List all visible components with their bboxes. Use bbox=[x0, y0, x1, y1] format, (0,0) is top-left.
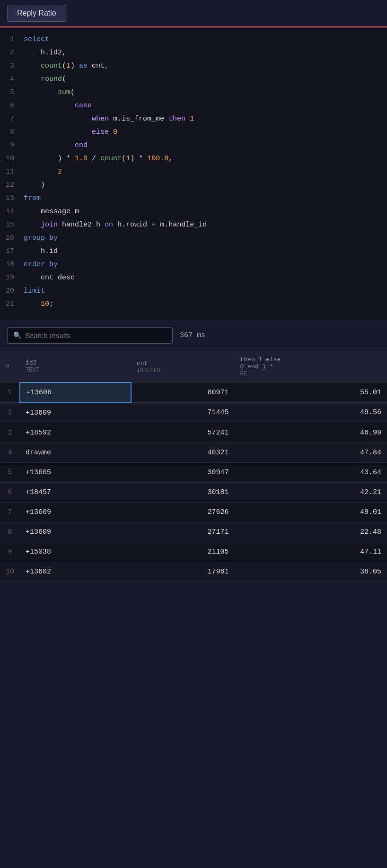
code-token: handle2 h bbox=[58, 221, 105, 229]
code-token: h bbox=[24, 49, 45, 57]
code-content: round( bbox=[24, 75, 387, 83]
code-token: . bbox=[122, 221, 126, 229]
code-content: when m.is_from_me then 1 bbox=[24, 115, 387, 123]
line-number: 17 bbox=[0, 247, 24, 255]
code-line: 14 message m bbox=[0, 207, 387, 220]
code-token bbox=[24, 181, 41, 189]
code-token: handle_id bbox=[168, 221, 207, 229]
code-token: ( bbox=[62, 75, 66, 83]
line-number: 12 bbox=[0, 181, 24, 189]
reply-ratio-tab[interactable]: Reply Ratio bbox=[7, 5, 66, 22]
code-token: cnt, bbox=[88, 62, 109, 70]
code-token: 0 bbox=[113, 128, 117, 136]
row-number: 8 bbox=[0, 522, 20, 542]
code-line: 17 h.id bbox=[0, 246, 387, 260]
code-token: . bbox=[45, 247, 49, 255]
code-line: 19 cnt desc bbox=[0, 273, 387, 286]
code-line: 9 end bbox=[0, 140, 387, 154]
line-number: 15 bbox=[0, 221, 24, 229]
code-token: ) bbox=[70, 62, 79, 70]
line-number: 14 bbox=[0, 208, 24, 216]
code-token bbox=[185, 115, 190, 123]
cell-cnt: 27626 bbox=[131, 502, 235, 522]
line-number: 7 bbox=[0, 115, 24, 123]
code-line: 13from bbox=[0, 193, 387, 207]
search-box[interactable]: 🔍 bbox=[7, 327, 173, 344]
col-header-id2: id2TEXT bbox=[20, 351, 131, 382]
col-header-num: # bbox=[0, 351, 20, 382]
code-token: is_from_me bbox=[122, 115, 164, 123]
row-number: 9 bbox=[0, 542, 20, 562]
cell-ratio: 38.05 bbox=[234, 562, 387, 582]
cell-id2: +18592 bbox=[20, 423, 131, 443]
code-token bbox=[24, 247, 41, 255]
code-token bbox=[24, 300, 41, 308]
code-token: 1.0 bbox=[75, 155, 88, 163]
table-header: # id2TEXT cntINTEGER then 1 else0 end ) … bbox=[0, 351, 387, 382]
code-token: id bbox=[49, 247, 58, 255]
code-token: message bbox=[41, 208, 70, 216]
code-line: 6 case bbox=[0, 101, 387, 114]
col-header-cnt: cntINTEGER bbox=[131, 351, 235, 382]
code-line: 2 h.id2, bbox=[0, 48, 387, 61]
code-content: 10; bbox=[24, 300, 387, 308]
code-token: , bbox=[62, 49, 66, 57]
cell-ratio: 46.99 bbox=[234, 423, 387, 443]
code-content: message m bbox=[24, 208, 387, 216]
code-token: m bbox=[109, 115, 117, 123]
code-token: when bbox=[92, 115, 109, 123]
code-token bbox=[24, 75, 41, 83]
col-header-ratio: then 1 else0 end ) *RE bbox=[234, 351, 387, 382]
code-line: 5 sum( bbox=[0, 87, 387, 101]
code-token: h bbox=[113, 221, 122, 229]
table-row: 9+150382110547.11 bbox=[0, 542, 387, 562]
line-number: 10 bbox=[0, 155, 24, 163]
code-token bbox=[109, 128, 113, 136]
code-token: 1 bbox=[126, 155, 130, 163]
table-row: 6+184573018142.21 bbox=[0, 482, 387, 502]
code-token bbox=[45, 260, 49, 269]
code-token: 10 bbox=[41, 300, 49, 308]
code-line: 1select bbox=[0, 35, 387, 48]
table-body: 1+136068097155.012+136097144549.563+1859… bbox=[0, 382, 387, 582]
code-token: cnt bbox=[41, 274, 53, 282]
cell-cnt: 80971 bbox=[131, 382, 235, 403]
cell-ratio: 55.01 bbox=[234, 382, 387, 403]
code-line: 4 round( bbox=[0, 74, 387, 87]
code-token bbox=[24, 115, 92, 123]
line-number: 3 bbox=[0, 62, 24, 70]
line-number: 16 bbox=[0, 234, 24, 242]
cell-ratio: 22.48 bbox=[234, 522, 387, 542]
code-token bbox=[24, 221, 41, 229]
code-token: by bbox=[49, 260, 58, 269]
line-number: 2 bbox=[0, 49, 24, 57]
code-content: count(1) as cnt, bbox=[24, 62, 387, 70]
code-content: else 0 bbox=[24, 128, 387, 136]
code-token: ; bbox=[49, 300, 53, 308]
results-table: # id2TEXT cntINTEGER then 1 else0 end ) … bbox=[0, 351, 387, 582]
code-token: join bbox=[41, 221, 58, 229]
code-token: then bbox=[168, 115, 185, 123]
code-token: ) bbox=[58, 155, 66, 163]
cell-id2: +13606 bbox=[20, 382, 131, 403]
code-token: 2 bbox=[58, 168, 62, 176]
code-token bbox=[24, 88, 58, 96]
cell-cnt: 40321 bbox=[131, 443, 235, 462]
code-token: on bbox=[105, 221, 113, 229]
code-token: as bbox=[79, 62, 88, 70]
code-content: case bbox=[24, 102, 387, 110]
code-token: , bbox=[168, 155, 173, 163]
search-input[interactable] bbox=[25, 331, 167, 339]
code-token bbox=[45, 234, 49, 242]
code-token bbox=[164, 115, 168, 123]
code-line: 8 else 0 bbox=[0, 127, 387, 140]
code-content: select bbox=[24, 35, 387, 43]
code-token: sum bbox=[58, 88, 70, 96]
cell-cnt: 17961 bbox=[131, 562, 235, 582]
code-content: sum( bbox=[24, 88, 387, 96]
code-token: ) bbox=[41, 181, 45, 189]
cell-id2: drawme bbox=[20, 443, 131, 462]
code-token: select bbox=[24, 35, 49, 43]
code-token: desc bbox=[58, 274, 75, 282]
table-row: 7+136092762649.01 bbox=[0, 502, 387, 522]
